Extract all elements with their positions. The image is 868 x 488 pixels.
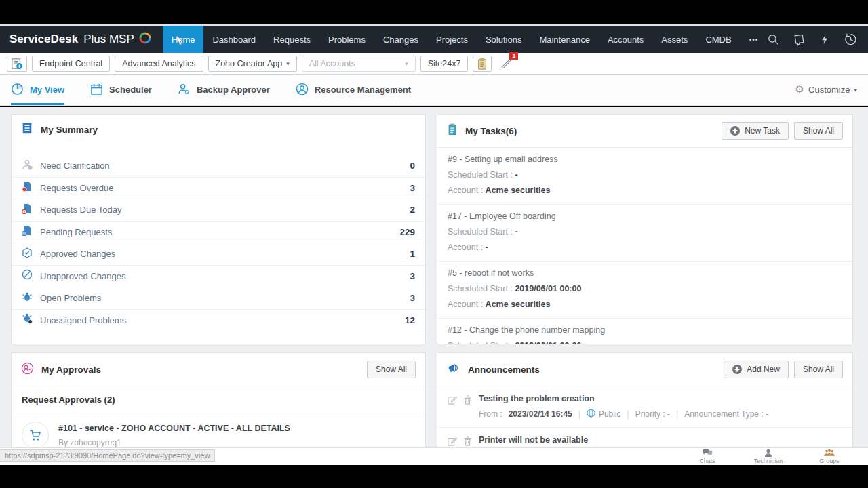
quick-actions-icon[interactable] (818, 33, 831, 46)
brand-swirl-icon (138, 31, 152, 48)
search-icon[interactable] (767, 33, 780, 46)
service-cart-icon (22, 422, 49, 449)
nav-item-label: Maintenance (539, 35, 589, 45)
tab-resource-management[interactable]: Resource Management (296, 75, 411, 105)
edit-icon[interactable] (448, 395, 457, 420)
customize-dropdown[interactable]: ⚙ Customize ▾ (795, 75, 857, 105)
task-item: #12 - Change the phone number mapping Sc… (437, 319, 852, 344)
nav-item-changes[interactable]: Changes (374, 26, 427, 53)
nav-item-dashboard[interactable]: Dashboard (203, 26, 264, 53)
scheduler-calendar-icon (90, 83, 103, 98)
status-bar-url: https://sdpmsp-2173:9090/HomePage.do?vie… (0, 449, 215, 462)
dock-label: Groups (819, 458, 840, 464)
nav-item-accounts[interactable]: Accounts (599, 26, 652, 53)
summary-row-requests-due-today[interactable]: Requests Due Today 2 (12, 199, 425, 222)
tasks-clipboard-icon (447, 123, 458, 138)
task-title[interactable]: #12 - Change the phone number mapping (448, 325, 842, 335)
nav-item-solutions[interactable]: Solutions (477, 26, 530, 53)
nav-item-label: Changes (383, 35, 418, 45)
announcements-header: Announcements Add New Show All (437, 353, 852, 386)
globe-public-icon (587, 409, 595, 420)
more-icon: ••• (749, 36, 759, 43)
summary-row-open-problems[interactable]: Open Problems 3 (12, 287, 425, 310)
endpoint-central-button[interactable]: Endpoint Central (32, 56, 110, 72)
backup-approver-icon (178, 83, 191, 98)
summary-row-pending-requests[interactable]: Pending Requests 229 (12, 222, 425, 244)
tab-label: Backup Approver (197, 85, 270, 95)
nav-item-home[interactable]: Home (163, 26, 204, 53)
top-black-bar (0, 0, 868, 26)
approvals-show-all-button[interactable]: Show All (367, 361, 416, 378)
add-announcement-button[interactable]: Add New (724, 361, 789, 378)
tab-label: Resource Management (315, 85, 411, 95)
nav-item-problems[interactable]: Problems (319, 26, 374, 53)
new-task-button[interactable]: New Task (722, 122, 789, 140)
summary-count: 0 (410, 161, 415, 171)
gear-icon: ⚙ (795, 85, 804, 95)
unassigned-problems-icon (22, 313, 33, 327)
screen: ServiceDesk Plus MSP Home D (0, 0, 868, 488)
summary-count: 229 (399, 227, 415, 237)
nav-item-projects[interactable]: Projects (427, 26, 477, 53)
announcements-show-all-button[interactable]: Show All (794, 361, 843, 378)
all-accounts-select[interactable]: All Accounts▾ (302, 56, 416, 72)
tab-label: Scheduler (109, 85, 152, 95)
nav-item-maintenance[interactable]: Maintenance (530, 26, 598, 53)
nav-item-label: Requests (273, 35, 311, 45)
brand-logo[interactable]: ServiceDesk Plus MSP (0, 26, 163, 53)
announcement-title[interactable]: Testing the problem creation (479, 394, 768, 403)
my-tasks-header: My Tasks(6) New Task Show All (437, 115, 852, 148)
whats-new-icon[interactable] (793, 33, 806, 46)
my-summary-header: My Summary (12, 115, 425, 144)
task-item: #5 - reboot if not works Scheduled Start… (437, 262, 852, 319)
cursor-pointer-icon (175, 35, 184, 49)
tab-backup-approver[interactable]: Backup Approver (178, 75, 270, 105)
tab-scheduler[interactable]: Scheduler (90, 75, 152, 105)
integrations-toolbar: Endpoint Central Advanced Analytics Zoho… (0, 53, 868, 75)
tab-my-view[interactable]: My View (11, 75, 64, 105)
approval-title[interactable]: #101 - service - ZOHO ACCOUNT - ACTIVE -… (58, 424, 290, 433)
clipboard-notes-button[interactable] (473, 56, 492, 72)
brand-text-rest: Plus MSP (83, 33, 134, 46)
zoho-creator-dropdown[interactable]: Zoho Creator App▾ (208, 56, 297, 72)
nav-item-label: Problems (328, 35, 366, 45)
tasks-show-all-button[interactable]: Show All (794, 122, 843, 140)
groups-dock-button[interactable]: Groups (799, 449, 860, 464)
nav-item-assets[interactable]: Assets (652, 26, 696, 53)
announcement-meta: From : 2023/02/14 16:45 | Public | Prior… (479, 409, 768, 420)
chats-dock-button[interactable]: Chats (677, 449, 738, 464)
unapproved-changes-icon (22, 269, 33, 283)
tab-label: My View (30, 85, 64, 95)
approved-changes-icon (22, 247, 33, 261)
plus-icon (730, 126, 740, 136)
announcement-title[interactable]: Printer will not be available (479, 435, 840, 445)
task-title[interactable]: #5 - reboot if not works (448, 268, 842, 278)
summary-row-requests-overdue[interactable]: Requests Overdue 3 (12, 178, 425, 200)
announcement-item: Testing the problem creation From : 2023… (437, 386, 852, 428)
delete-icon[interactable] (463, 395, 472, 420)
task-title[interactable]: #9 - Setting up email address (448, 155, 842, 164)
task-title[interactable]: #17 - Employee Off boarding (448, 211, 842, 221)
my-view-icon (11, 83, 24, 98)
summary-row-unapproved-changes[interactable]: Unapproved Changes 3 (12, 266, 425, 288)
chevron-down-icon: ▾ (405, 60, 408, 67)
nav-utility-icons: 741 ⚙ ? (767, 26, 868, 53)
summary-count: 1 (410, 249, 415, 259)
card-title: My Approvals (41, 365, 101, 375)
nav-item-cmdb[interactable]: CMDB (696, 26, 740, 53)
plus-icon (732, 365, 742, 374)
summary-row-need-clarification[interactable]: Need Clarification 0 (12, 155, 425, 178)
nav-item-label: CMDB (705, 35, 731, 45)
site24x7-button[interactable]: Site24x7 (420, 56, 469, 72)
advanced-analytics-button[interactable]: Advanced Analytics (115, 56, 203, 72)
nav-more-menu[interactable]: ••• (741, 26, 768, 53)
add-widget-button[interactable] (7, 56, 27, 72)
dock-label: Chats (699, 458, 715, 464)
technician-dock-button[interactable]: Technician (738, 449, 799, 464)
nav-item-requests[interactable]: Requests (264, 26, 319, 53)
pending-requests-icon (22, 225, 33, 239)
my-tasks-card: My Tasks(6) New Task Show All #9 - Setti… (437, 114, 853, 344)
summary-row-unassigned-problems[interactable]: Unassigned Problems 12 (12, 310, 425, 332)
history-icon[interactable] (844, 33, 857, 46)
summary-row-approved-changes[interactable]: Approved Changes 1 (12, 243, 425, 266)
